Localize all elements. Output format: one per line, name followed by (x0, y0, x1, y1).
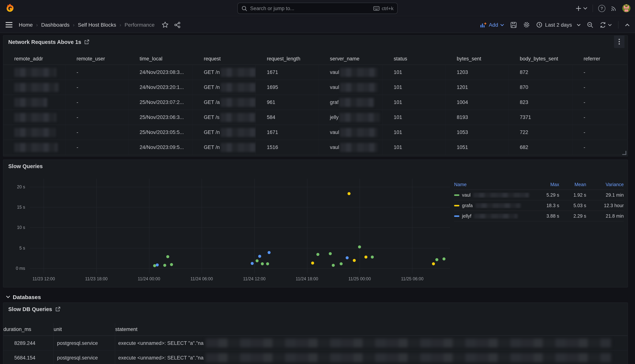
table-row: -24/Nov/2023:09:5...GET /n1516vaul101105… (4, 140, 628, 155)
news-rss-icon[interactable] (610, 5, 617, 12)
scatter-point-jellyf[interactable] (268, 251, 271, 254)
cell-bytes-sent: 1004 (446, 95, 509, 110)
new-menu-button[interactable] (576, 6, 587, 11)
scatter-point-vaul[interactable] (332, 264, 335, 267)
scatter-point-jellyf[interactable] (346, 256, 349, 259)
scatter-point-jellyf[interactable] (250, 262, 254, 265)
cell-body-bytes-sent: 872 (509, 65, 573, 80)
scatter-point-vaul[interactable] (166, 255, 170, 258)
grafana-logo[interactable] (5, 3, 15, 13)
dashboard-settings-gear-icon[interactable] (523, 22, 530, 28)
column-header-request[interactable]: request (193, 53, 256, 65)
cell-remote-user: - (66, 140, 129, 155)
cell-statement: execute <unnamed>: SELECT "a"."na (115, 350, 628, 364)
column-header-request_length[interactable]: request_length (256, 53, 319, 65)
scatter-point-vaul[interactable] (358, 245, 361, 248)
scatter-point-grafa[interactable] (364, 255, 367, 258)
scatter-point-vaul[interactable] (261, 262, 264, 265)
redacted-text (220, 128, 256, 137)
cell-time-local: 25/Nov/2023:07:2... (129, 95, 193, 110)
share-icon[interactable] (174, 22, 180, 28)
column-header-body_bytes_sent[interactable]: body_bytes_sent (509, 53, 573, 65)
column-header-server_name[interactable]: server_name (319, 53, 383, 65)
scatter-point-vaul[interactable] (266, 262, 269, 265)
scatter-point-grafa[interactable] (311, 262, 314, 264)
legend-header-variance[interactable]: Variance (586, 182, 624, 187)
section-databases[interactable]: Databases (6, 291, 41, 303)
column-header-unit[interactable]: unit (53, 323, 115, 336)
user-avatar[interactable] (622, 4, 630, 12)
add-panel-icon (480, 22, 486, 28)
cell-time-local: 24/Nov/2023:08:3... (129, 65, 193, 80)
column-header-duration_ms[interactable]: duration_ms (4, 323, 53, 336)
chevron-right-icon: › (120, 22, 121, 28)
scatter-point-vaul[interactable] (435, 258, 438, 261)
scatter-point-vaul[interactable] (340, 262, 343, 265)
redacted-text (220, 83, 256, 92)
scatter-point-jellyf[interactable] (258, 255, 261, 258)
panel-title-text[interactable]: Slow DB Queries (8, 306, 52, 312)
panel-menu-kebab[interactable] (614, 35, 624, 48)
gridline-vertical (44, 178, 44, 273)
breadcrumb-self-host-blocks[interactable]: Self Host Blocks (78, 22, 116, 28)
panel-title-text[interactable]: Network Requests Above 1s (8, 39, 81, 45)
scatter-point-grafa[interactable] (432, 262, 435, 265)
external-link-icon[interactable] (55, 306, 60, 312)
scatter-point-vaul[interactable] (371, 255, 374, 258)
legend-row: vaul5.29 s1.92 s29.1 min (454, 190, 624, 200)
scatter-point-vaul[interactable] (316, 253, 320, 256)
gridline-vertical (202, 178, 202, 273)
legend-header-max[interactable]: Max (533, 182, 559, 187)
scatter-point-jellyf[interactable] (156, 264, 159, 266)
external-link-icon[interactable] (84, 40, 90, 45)
redacted-text (340, 68, 378, 77)
scatter-point-vaul[interactable] (170, 263, 173, 266)
legend-header-name[interactable]: Name (454, 182, 533, 187)
scatter-point-vaul[interactable] (329, 252, 332, 255)
panel-resize-handle[interactable] (622, 150, 626, 155)
breadcrumb-home[interactable]: Home (19, 22, 33, 28)
cell-duration-ms: 8289.244 (4, 336, 53, 350)
search-placeholder: Search or jump to... (250, 6, 370, 11)
menu-hamburger-icon[interactable] (5, 22, 13, 28)
column-header-time_local[interactable]: time_local (129, 53, 193, 65)
favorite-star-icon[interactable] (162, 22, 168, 28)
column-header-remote_user[interactable]: remote_user (66, 53, 129, 65)
legend-series-name[interactable]: vaul (454, 192, 533, 198)
collapse-caret-up-icon[interactable] (625, 23, 630, 26)
y-tick-label: 15 s (17, 205, 25, 210)
cell-remote-user: - (66, 110, 129, 125)
scatter-plot-area[interactable] (30, 178, 450, 268)
gridline-vertical (149, 178, 149, 273)
legend-header-mean[interactable]: Mean (559, 182, 586, 187)
breadcrumb: Home › Dashboards › Self Host Blocks › P… (19, 22, 180, 28)
zoom-out-icon[interactable] (587, 22, 593, 28)
search-input[interactable]: Search or jump to... ctrl+k (237, 3, 398, 14)
column-header-referrer[interactable]: referrer (573, 53, 628, 65)
scatter-point-vaul[interactable] (256, 260, 258, 262)
add-button[interactable]: Add (480, 22, 504, 28)
gridline-horizontal (30, 207, 450, 208)
scatter-point-grafa[interactable] (353, 259, 356, 262)
breadcrumb-dashboards[interactable]: Dashboards (41, 22, 70, 28)
legend-series-name[interactable]: jellyf (454, 213, 533, 218)
time-range-picker[interactable]: Last 2 days (536, 22, 580, 28)
cell-bytes-sent: 1051 (446, 140, 509, 155)
scatter-point-grafa[interactable] (348, 192, 350, 195)
scatter-point-vaul[interactable] (163, 264, 166, 267)
column-header-bytes_sent[interactable]: bytes_sent (446, 53, 509, 65)
cell-body-bytes-sent: 823 (509, 95, 573, 110)
column-header-status[interactable]: status (383, 53, 446, 65)
column-header-remote_addr[interactable]: remote_addr (4, 53, 66, 65)
scatter-point-vaul[interactable] (442, 258, 445, 260)
redacted-text (340, 143, 378, 152)
help-icon[interactable]: ? (598, 5, 605, 12)
refresh-button[interactable] (600, 22, 612, 28)
gridline-vertical (96, 178, 97, 273)
cell-bytes-sent: 1201 (446, 80, 509, 95)
save-dashboard-icon[interactable] (510, 22, 517, 28)
legend-swatch (454, 205, 459, 206)
panel-title-text[interactable]: Slow Queries (8, 163, 43, 169)
legend-series-name[interactable]: grafa (454, 203, 533, 208)
column-header-statement[interactable]: statement (115, 323, 628, 336)
